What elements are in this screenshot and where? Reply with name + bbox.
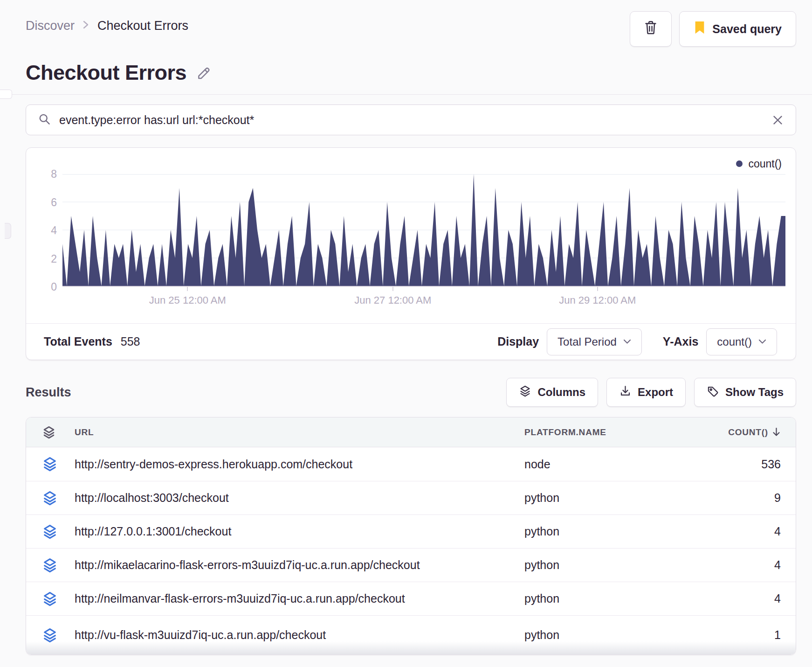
total-events: Total Events 558: [44, 335, 140, 348]
stack-events-icon[interactable]: [42, 591, 58, 607]
y-tick-label: 4: [51, 225, 57, 236]
total-events-value: 558: [121, 335, 140, 348]
download-icon: [619, 385, 632, 400]
y-tick-label: 8: [51, 168, 57, 180]
column-header-count[interactable]: COUNT(): [678, 427, 781, 438]
show-tags-button-label: Show Tags: [725, 386, 784, 399]
x-tick-mark: [187, 287, 188, 291]
table-row[interactable]: http://sentry-demos-express.herokuapp.co…: [26, 447, 796, 481]
header-divider: [0, 94, 812, 95]
sidebar-collapse-handle[interactable]: [5, 223, 11, 239]
table-row[interactable]: http://127.0.0.1:3001/checkoutpython4: [26, 514, 796, 548]
chart-legend: count(): [34, 157, 785, 170]
column-header-url[interactable]: URL: [75, 427, 524, 438]
columns-button-label: Columns: [537, 386, 585, 399]
layers-icon: [519, 385, 531, 400]
y-tick-label: 0: [51, 281, 57, 292]
platform-cell: python: [524, 628, 678, 642]
yaxis-dropdown-value: count(): [717, 335, 752, 348]
platform-cell: python: [524, 525, 678, 538]
url-cell[interactable]: http://neilmanvar-flask-errors-m3uuizd7i…: [75, 592, 524, 605]
breadcrumb-discover[interactable]: Discover: [26, 19, 75, 33]
y-tick-label: 2: [51, 253, 57, 264]
table-row[interactable]: http://neilmanvar-flask-errors-m3uuizd7i…: [26, 582, 796, 615]
x-tick-label: Jun 29 12:00 AM: [559, 294, 636, 306]
sidebar-collapse-tab[interactable]: [0, 90, 12, 99]
count-header-label: COUNT(): [728, 427, 768, 438]
yaxis-dropdown[interactable]: count(): [706, 328, 777, 355]
column-header-platform[interactable]: PLATFORM.NAME: [524, 427, 678, 438]
bookmark-icon: [694, 21, 706, 37]
table-row[interactable]: http://localhost:3003/checkoutpython9: [26, 481, 796, 514]
chart-area[interactable]: [62, 174, 785, 287]
platform-cell: node: [524, 458, 678, 471]
stack-events-icon[interactable]: [42, 557, 58, 573]
legend-label: count(): [748, 158, 782, 170]
count-cell: 4: [678, 558, 781, 572]
display-dropdown-value: Total Period: [557, 335, 617, 348]
y-tick-label: 6: [51, 197, 57, 208]
table-row[interactable]: http://mikaelacarino-flask-errors-m3uuiz…: [26, 548, 796, 582]
export-button-label: Export: [638, 386, 673, 399]
sort-descending-icon: [772, 427, 781, 437]
trash-icon: [643, 20, 658, 38]
url-cell[interactable]: http://mikaelacarino-flask-errors-m3uuiz…: [75, 558, 524, 572]
stack-events-icon[interactable]: [42, 490, 58, 506]
chevron-down-icon: [623, 339, 631, 344]
search-icon: [38, 113, 51, 127]
edit-title-pencil-icon[interactable]: [196, 65, 212, 83]
yaxis-label: Y-Axis: [663, 335, 698, 348]
url-cell[interactable]: http://localhost:3003/checkout: [75, 491, 524, 505]
show-tags-button[interactable]: Show Tags: [694, 378, 796, 407]
events-chart-panel: count() 02468 Jun 25 12:00 AMJun 27 12:0…: [26, 147, 796, 360]
stack-events-icon[interactable]: [42, 524, 58, 540]
chart-footer: Total Events 558 Display Total Period Y-…: [26, 323, 796, 360]
chart-body: 02468: [34, 174, 785, 287]
url-cell[interactable]: http://sentry-demos-express.herokuapp.co…: [75, 458, 524, 471]
layers-icon: [42, 425, 58, 439]
delete-query-button[interactable]: [630, 11, 672, 47]
count-cell: 4: [678, 592, 781, 605]
url-cell[interactable]: http://127.0.0.1:3001/checkout: [75, 525, 524, 538]
platform-cell: python: [524, 558, 678, 572]
chart-container: count() 02468 Jun 25 12:00 AMJun 27 12:0…: [26, 148, 796, 323]
x-tick-mark: [392, 287, 393, 291]
results-heading: Results: [26, 385, 71, 400]
clear-search-icon[interactable]: [772, 114, 784, 126]
count-cell: 536: [678, 458, 781, 471]
legend-item-count[interactable]: count(): [736, 157, 785, 170]
x-axis-labels: Jun 25 12:00 AMJun 27 12:00 AMJun 29 12:…: [62, 287, 785, 311]
breadcrumb-chevron-icon: [83, 19, 89, 33]
x-tick-label: Jun 25 12:00 AM: [149, 294, 226, 306]
breadcrumb-current: Checkout Errors: [97, 19, 188, 33]
legend-dot: [736, 160, 743, 167]
count-cell: 4: [678, 525, 781, 538]
count-cell: 1: [678, 628, 781, 642]
saved-query-button[interactable]: Saved query: [679, 11, 796, 47]
url-cell[interactable]: http://vu-flask-m3uuizd7iq-uc.a.run.app/…: [75, 628, 524, 642]
columns-button[interactable]: Columns: [506, 378, 598, 407]
stack-events-icon[interactable]: [42, 627, 58, 643]
x-tick-mark: [597, 287, 598, 291]
table-row[interactable]: http://vu-flask-m3uuizd7iq-uc.a.run.app/…: [26, 615, 796, 654]
breadcrumb: Discover Checkout Errors: [26, 19, 188, 33]
chevron-down-icon: [758, 339, 766, 344]
stack-events-icon[interactable]: [42, 456, 58, 472]
search-input[interactable]: [59, 113, 764, 127]
discover-page: Discover Checkout Errors: [26, 0, 796, 655]
title-row: Checkout Errors: [26, 60, 796, 86]
platform-cell: python: [524, 592, 678, 605]
export-button[interactable]: Export: [606, 378, 686, 407]
y-axis-labels: 02468: [34, 174, 57, 287]
table-header-row: URL PLATFORM.NAME COUNT(): [26, 417, 796, 447]
x-tick-label: Jun 27 12:00 AM: [354, 294, 431, 306]
page-title: Checkout Errors: [26, 61, 186, 85]
results-table: URL PLATFORM.NAME COUNT() http://sentry-…: [26, 417, 796, 655]
saved-query-label: Saved query: [712, 22, 782, 36]
results-buttons: Columns Export Show Tags: [506, 378, 796, 407]
display-dropdown[interactable]: Total Period: [547, 328, 642, 355]
total-events-label: Total Events: [44, 335, 112, 348]
results-header: Results Columns Export: [26, 378, 796, 407]
chart-svg: [62, 174, 785, 286]
search-bar: [26, 104, 796, 135]
